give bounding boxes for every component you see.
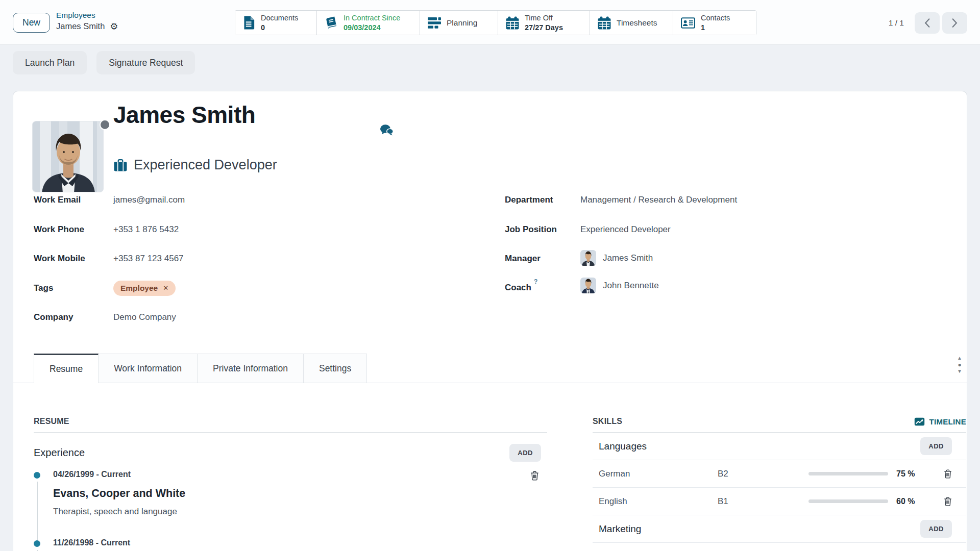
experience-delete-button[interactable]	[530, 471, 539, 481]
launch-plan-button[interactable]: Launch Plan	[13, 51, 87, 74]
time-off-label: Time Off	[525, 13, 563, 22]
right-field-column: Department Management / Research & Devel…	[505, 194, 842, 308]
experience-title: Experience	[34, 447, 85, 459]
contact-card-icon	[681, 17, 695, 29]
calendar-icon	[506, 16, 519, 30]
scroll-indicator[interactable]: ▲ ● ▼	[957, 356, 962, 374]
marketing-add-button[interactable]: ADD	[920, 520, 952, 538]
languages-add-button[interactable]: ADD	[920, 437, 952, 455]
employee-name-field[interactable]: James Smith	[113, 101, 255, 130]
documents-stat-button[interactable]: Documents 0	[235, 11, 317, 35]
chevron-left-icon	[924, 18, 930, 28]
help-question-icon: ?	[534, 278, 537, 285]
pager-next-button[interactable]	[942, 12, 967, 34]
control-panel: New Employees James Smith ⚙ Documents 0	[0, 0, 980, 45]
manager-row: Manager James Smith	[505, 253, 842, 280]
skill-group-marketing[interactable]: Marketing ADD	[593, 515, 966, 543]
experience-entry-date: 04/26/1999 - Current	[53, 470, 517, 479]
signature-request-button[interactable]: Signature Request	[96, 51, 195, 74]
document-icon	[243, 16, 255, 30]
job-position-label: Job Position	[505, 223, 580, 235]
experience-entry-title: Evans, Cooper and White	[53, 487, 517, 500]
manager-label: Manager	[505, 253, 580, 264]
manager-avatar	[580, 250, 596, 266]
contract-since-date: 09/03/2024	[344, 23, 400, 32]
trash-icon	[944, 469, 952, 479]
tag-remove-icon[interactable]: ✕	[163, 285, 168, 291]
work-phone-field[interactable]: +353 1 876 5432	[113, 223, 179, 235]
skills-timeline-button[interactable]: TIMELINE	[914, 417, 966, 426]
skill-group-name: Languages	[599, 441, 647, 452]
manager-name: James Smith	[603, 253, 653, 263]
job-title-row: Experienced Developer	[114, 157, 277, 173]
contract-stat-button[interactable]: In Contract Since 09/03/2024	[317, 11, 420, 35]
coach-field[interactable]: John Bennette	[580, 278, 659, 293]
skill-percent: 60 %	[896, 497, 942, 506]
tab-work-information[interactable]: Work Information	[99, 354, 198, 383]
timesheets-stat-button[interactable]: Timesheets	[590, 11, 673, 35]
experience-entry-subtitle: Therapist, speech and language	[53, 507, 517, 517]
trash-icon	[530, 471, 539, 481]
work-mobile-field[interactable]: +353 87 123 4567	[113, 253, 184, 264]
tag-label: Employee	[120, 284, 158, 293]
tag-employee[interactable]: Employee ✕	[113, 281, 176, 296]
book-icon	[325, 16, 338, 30]
experience-entry[interactable]: 04/26/1999 - Current Evans, Cooper and W…	[34, 470, 547, 517]
pager-value[interactable]: 1 / 1	[889, 18, 904, 28]
tab-resume[interactable]: Resume	[34, 354, 99, 383]
timeline-label: TIMELINE	[929, 417, 966, 426]
resume-heading: RESUME	[34, 417, 69, 426]
breadcrumb-employees-link[interactable]: Employees	[56, 11, 118, 20]
documents-label: Documents	[261, 13, 298, 22]
company-label: Company	[34, 311, 113, 322]
gear-icon[interactable]: ⚙	[110, 22, 118, 31]
skill-row-english[interactable]: English B1 60 %	[593, 488, 966, 515]
breadcrumb: Employees James Smith ⚙	[56, 11, 118, 31]
pager-previous-button[interactable]	[915, 12, 940, 34]
new-button[interactable]: New	[13, 13, 50, 33]
skill-name: English	[599, 496, 718, 507]
presence-status-dot	[100, 119, 110, 130]
department-field[interactable]: Management / Research & Development	[580, 194, 737, 205]
chevron-right-icon	[952, 18, 958, 28]
skill-group-languages[interactable]: Languages ADD	[593, 433, 966, 460]
skill-group-name: Marketing	[599, 523, 641, 535]
skill-delete-button[interactable]	[944, 497, 952, 506]
calendar-icon	[598, 16, 611, 30]
time-off-stat-button[interactable]: Time Off 27/27 Days	[498, 11, 590, 35]
manager-field[interactable]: James Smith	[580, 250, 653, 266]
planning-stat-button[interactable]: Planning	[420, 11, 498, 35]
job-position-row: Job Position Experienced Developer	[505, 223, 842, 253]
department-label: Department	[505, 194, 580, 205]
tab-settings[interactable]: Settings	[304, 354, 367, 383]
skill-progress-bar	[808, 499, 888, 503]
tab-private-information[interactable]: Private Information	[198, 354, 304, 383]
contacts-stat-button[interactable]: Contacts 1	[673, 11, 756, 35]
experience-timeline: 04/26/1999 - Current Evans, Cooper and W…	[34, 470, 547, 547]
chatter-toggle-button[interactable]	[380, 124, 394, 136]
documents-count: 0	[261, 23, 298, 32]
company-field[interactable]: Demo Company	[113, 311, 176, 322]
employees-form-view: New Employees James Smith ⚙ Documents 0	[0, 0, 980, 551]
experience-add-button[interactable]: ADD	[509, 444, 541, 462]
job-position-field[interactable]: Experienced Developer	[580, 223, 671, 235]
skill-delete-button[interactable]	[944, 469, 952, 479]
department-row: Department Management / Research & Devel…	[505, 194, 842, 223]
timesheets-label: Timesheets	[617, 18, 657, 28]
job-title-field[interactable]: Experienced Developer	[134, 157, 277, 173]
scroll-up-icon[interactable]: ▲	[957, 356, 962, 361]
skill-percent: 75 %	[896, 469, 942, 479]
trash-icon	[944, 497, 952, 506]
skill-name: German	[599, 469, 718, 479]
scroll-down-icon[interactable]: ▼	[957, 369, 962, 374]
experience-entry[interactable]: 11/26/1998 - Current	[34, 538, 547, 547]
work-mobile-label: Work Mobile	[34, 253, 113, 264]
company-row: Company Demo Company	[34, 311, 381, 341]
work-email-field[interactable]: james@gmail.com	[113, 194, 185, 205]
employee-photo[interactable]	[32, 121, 104, 192]
coach-row: Coach? John Bennette	[505, 280, 842, 308]
skill-row-german[interactable]: German B2 75 %	[593, 460, 966, 488]
contacts-count: 1	[701, 23, 730, 32]
experience-entry-date: 11/26/1998 - Current	[53, 538, 517, 547]
coach-avatar	[580, 278, 596, 293]
